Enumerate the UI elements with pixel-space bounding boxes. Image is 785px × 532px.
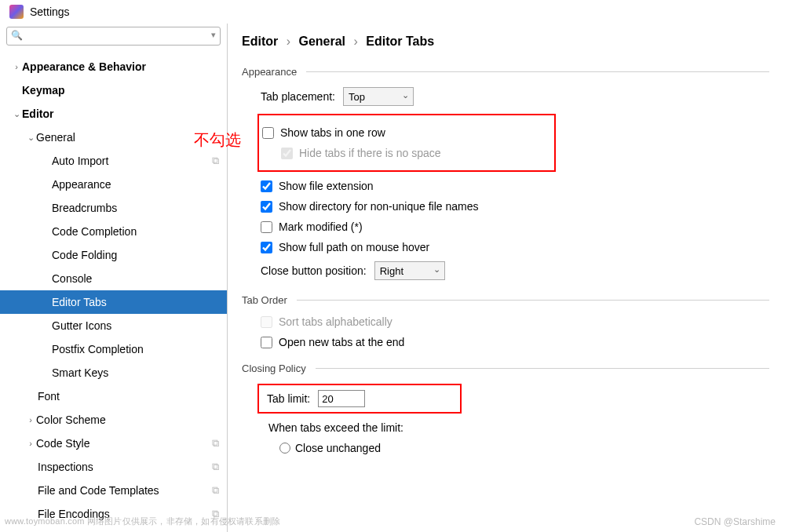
copy-icon: ⧉	[212, 461, 219, 473]
checkbox-row: Hide tabs if there is no space	[281, 147, 551, 159]
copy-icon: ⧉	[212, 155, 219, 167]
tree-label: Console	[52, 272, 219, 285]
tree-label: Color Scheme	[36, 414, 219, 426]
checkbox-row: Show full path on mouse hover	[261, 241, 769, 253]
tree-label: Smart Keys	[52, 366, 219, 379]
tree-item-general[interactable]: ⌄General	[0, 126, 227, 149]
tree-label: Appearance	[52, 178, 219, 191]
watermark-right: CSDN @Starshime	[694, 516, 776, 527]
highlight-box-uncheck: Show tabs in one row Hide tabs if there …	[257, 114, 556, 172]
checkbox-row: Show file extension	[261, 180, 769, 192]
tree-label: Appearance & Behavior	[22, 60, 219, 73]
tree-item-font[interactable]: Font	[0, 384, 227, 408]
tree-label: Font	[38, 390, 219, 403]
checkbox-row: Mark modified (*)	[261, 220, 769, 233]
settings-tree: ›Appearance & Behavior Keymap ⌄Editor ⌄G…	[0, 50, 227, 532]
app-icon	[9, 5, 24, 19]
tree-label: Code Style	[36, 437, 212, 450]
select-tab-placement[interactable]: Top	[343, 87, 414, 106]
tree-item-editor[interactable]: ⌄Editor	[0, 102, 227, 126]
section-label: Appearance	[242, 66, 297, 78]
tree-item-editor-tabs[interactable]: Editor Tabs	[0, 290, 227, 314]
tree-label: Code Completion	[52, 225, 219, 238]
tree-label: File and Code Templates	[38, 484, 212, 497]
window-title: Settings	[30, 5, 70, 18]
tree-label: Code Folding	[52, 249, 219, 261]
tree-item-console[interactable]: Console	[0, 267, 227, 290]
checkbox-label: Show full path on mouse hover	[279, 241, 429, 253]
search-row: 🔍 ▾	[0, 24, 227, 50]
breadcrumb-sep: ›	[354, 35, 358, 48]
breadcrumb: Editor › General › Editor Tabs	[242, 35, 769, 49]
checkbox-open-end[interactable]	[261, 337, 272, 348]
checkbox-row: Sort tabs alphabetically	[261, 315, 769, 328]
checkbox-label: Sort tabs alphabetically	[279, 315, 392, 328]
chevron-down-icon: ⌄	[11, 109, 22, 119]
checkbox-mark-modified[interactable]	[261, 221, 272, 233]
tree-item-postfix-completion[interactable]: Postfix Completion	[0, 337, 227, 361]
search-input[interactable]	[6, 27, 221, 46]
tree-label: Auto Import	[52, 155, 212, 167]
radio-close-unchanged[interactable]	[279, 443, 290, 454]
label-when-exceed: When tabs exceed the limit:	[268, 421, 403, 434]
tree-label: General	[36, 131, 219, 144]
tree-item-inspections[interactable]: Inspections⧉	[0, 455, 227, 479]
tree-item-appearance[interactable]: Appearance	[0, 173, 227, 196]
chevron-down-icon: ⌄	[25, 133, 36, 143]
section-appearance: Appearance	[242, 66, 769, 78]
tree-item-auto-import[interactable]: Auto Import⧉	[0, 149, 227, 173]
section-closing-policy: Closing Policy	[242, 363, 769, 374]
input-tab-limit[interactable]	[318, 390, 365, 407]
breadcrumb-part: Editor Tabs	[366, 35, 434, 48]
tree-label: Breadcrumbs	[52, 202, 219, 214]
chevron-right-icon: ›	[25, 439, 36, 448]
checkbox-show-ext[interactable]	[261, 180, 272, 192]
checkbox-show-full-path[interactable]	[261, 242, 272, 253]
section-tab-order: Tab Order	[242, 294, 769, 306]
tree-item-code-style[interactable]: ›Code Style⧉	[0, 432, 227, 455]
breadcrumb-sep: ›	[287, 35, 290, 48]
radio-row: Close unchanged	[279, 442, 769, 454]
checkbox-sort-alpha	[261, 316, 272, 328]
tree-item-appearance-behavior[interactable]: ›Appearance & Behavior	[0, 55, 227, 78]
tree-label: Editor	[22, 107, 219, 120]
row-tab-placement: Tab placement: Top ⌄	[261, 87, 769, 106]
divider	[306, 71, 769, 72]
checkbox-label: Show directory for non-unique file names	[279, 200, 478, 213]
label-tab-limit: Tab limit:	[267, 392, 310, 405]
checkbox-row: Open new tabs at the end	[261, 336, 769, 348]
divider	[316, 368, 769, 369]
checkbox-label: Open new tabs at the end	[279, 336, 404, 348]
tree-label: Keymap	[22, 84, 219, 97]
breadcrumb-part[interactable]: General	[298, 35, 345, 48]
settings-sidebar: 🔍 ▾ ›Appearance & Behavior Keymap ⌄Edito…	[0, 24, 228, 532]
tree-item-file-code-templates[interactable]: File and Code Templates⧉	[0, 479, 227, 502]
checkbox-label: Hide tabs if there is no space	[299, 147, 441, 159]
checkbox-hide-no-space	[281, 148, 293, 159]
row-when-exceed: When tabs exceed the limit:	[268, 421, 769, 434]
tree-item-color-scheme[interactable]: ›Color Scheme	[0, 408, 227, 432]
tree-label: Gutter Icons	[52, 319, 219, 332]
label-tab-placement: Tab placement:	[261, 90, 335, 103]
label-close-button-pos: Close button position:	[261, 264, 367, 277]
select-close-button-pos[interactable]: Right	[374, 261, 445, 280]
breadcrumb-part[interactable]: Editor	[242, 35, 278, 48]
checkbox-show-one-row[interactable]	[262, 127, 274, 139]
tree-item-keymap[interactable]: Keymap	[0, 78, 227, 102]
tree-item-breadcrumbs[interactable]: Breadcrumbs	[0, 196, 227, 220]
titlebar: Settings	[0, 0, 785, 24]
checkbox-show-dir[interactable]	[261, 201, 272, 213]
tree-item-code-folding[interactable]: Code Folding	[0, 243, 227, 267]
main-layout: 🔍 ▾ ›Appearance & Behavior Keymap ⌄Edito…	[0, 24, 785, 532]
chevron-right-icon: ›	[11, 62, 22, 71]
tree-item-smart-keys[interactable]: Smart Keys	[0, 361, 227, 384]
tree-label: Editor Tabs	[52, 296, 219, 308]
tree-item-gutter-icons[interactable]: Gutter Icons	[0, 314, 227, 337]
section-label: Tab Order	[242, 294, 287, 306]
tree-item-code-completion[interactable]: Code Completion	[0, 220, 227, 243]
copy-icon: ⧉	[212, 437, 219, 450]
row-close-button-pos: Close button position: Right ⌄	[261, 261, 769, 280]
settings-content: Editor › General › Editor Tabs Appearanc…	[228, 24, 785, 532]
checkbox-label: Show file extension	[279, 180, 374, 192]
checkbox-row: Show tabs in one row	[262, 126, 551, 139]
